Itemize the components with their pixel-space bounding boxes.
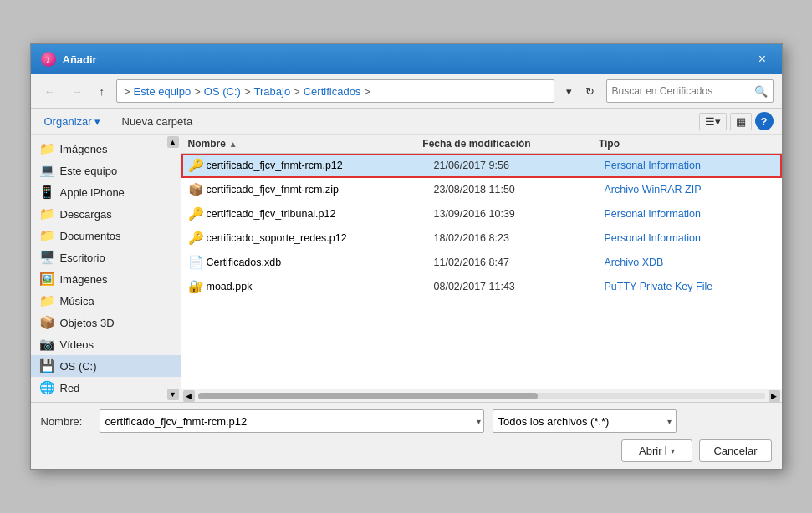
file-list: 🔑 certificado_fjcv_fnmt-rcm.p12 21/06/20… — [181, 154, 782, 389]
computer-icon: 💻 — [39, 163, 55, 178]
sidebar-item-documentos[interactable]: 📁 Documentos — [31, 225, 181, 246]
sidebar: ▲ 📁 Imágenes 💻 Este equipo 📱 Apple iPhon… — [31, 135, 181, 402]
scroll-left-button[interactable]: ◀ — [183, 390, 195, 402]
file-table-header: Nombre ▲ Fecha de modificación Tipo — [181, 135, 782, 154]
filename-dropdown-icon[interactable]: ▾ — [477, 417, 481, 426]
file-type: Archivo WinRAR ZIP — [605, 184, 775, 196]
cancel-button[interactable]: Cancelar — [699, 439, 771, 462]
col-name-header[interactable]: Nombre ▲ — [188, 138, 423, 150]
main-content: ▲ 📁 Imágenes 💻 Este equipo 📱 Apple iPhon… — [31, 135, 782, 402]
drive-icon: 💾 — [39, 358, 55, 373]
file-icon: 🔑 — [188, 158, 207, 173]
file-name: Certificados.xdb — [207, 256, 434, 268]
sidebar-item-os-c[interactable]: 💾 OS (C:) — [31, 355, 181, 377]
sidebar-item-label: Imágenes — [60, 273, 108, 286]
file-type: Archivo XDB — [605, 256, 775, 268]
sidebar-scroll-down[interactable]: ▼ — [167, 389, 179, 400]
sidebar-item-label: Red — [60, 382, 80, 394]
file-type: Personal Information — [605, 208, 775, 220]
sidebar-item-label: Este equipo — [60, 165, 118, 177]
file-date: 18/02/2016 8:23 — [434, 232, 605, 244]
sidebar-item-label: OS (C:) — [60, 360, 97, 373]
sidebar-item-descargas[interactable]: 📁 Descargas — [31, 203, 181, 225]
objects-3d-icon: 📦 — [39, 315, 55, 330]
breadcrumb-root-sep: > — [124, 85, 130, 98]
sidebar-item-este-equipo[interactable]: 💻 Este equipo — [31, 160, 181, 181]
new-folder-button[interactable]: Nueva carpeta — [115, 113, 200, 130]
back-button[interactable]: ← — [39, 83, 60, 100]
table-row[interactable]: 🔑 certificado_soporte_redes.p12 18/02/20… — [181, 226, 782, 251]
file-name: certificado_soporte_redes.p12 — [207, 232, 434, 244]
open-dropdown-icon[interactable]: ▾ — [665, 446, 675, 455]
filename-row: Nombre: ▾ Todos los archivos (*.*) ▾ — [41, 409, 772, 433]
table-row[interactable]: 📄 Certificados.xdb 11/02/2016 8:47 Archi… — [181, 251, 782, 275]
file-name: certificado_fjcv_fnmt-rcm.p12 — [207, 160, 434, 171]
search-bar: 🔍 — [606, 79, 774, 103]
help-button[interactable]: ? — [755, 112, 774, 130]
view-list-button[interactable]: ☰▾ — [699, 113, 727, 130]
sidebar-item-red[interactable]: 🌐 Red — [31, 377, 181, 399]
file-icon: 🔑 — [188, 231, 207, 246]
address-bar: > Este equipo > OS (C:) > Trabajo > Cert… — [116, 79, 554, 103]
view-buttons: ☰▾ ▦ ? — [699, 112, 774, 130]
sidebar-item-label: Imágenes — [60, 143, 108, 155]
scroll-track[interactable] — [198, 393, 765, 399]
file-date: 23/08/2018 11:50 — [434, 184, 605, 196]
organize-button[interactable]: Organizar ▾ — [39, 113, 105, 130]
col-name-label: Nombre — [188, 138, 226, 150]
col-type-header[interactable]: Tipo — [599, 138, 775, 150]
documents-icon: 📁 — [39, 228, 55, 243]
sidebar-item-apple-iphone[interactable]: 📱 Apple iPhone — [31, 181, 181, 203]
refresh-button[interactable]: ↻ — [580, 84, 600, 99]
address-dropdown-button[interactable]: ▾ — [561, 84, 577, 99]
downloads-icon: 📁 — [39, 206, 55, 221]
file-date: 08/02/2017 11:43 — [434, 281, 605, 292]
breadcrumb-trabajo[interactable]: Trabajo — [254, 85, 291, 98]
table-row[interactable]: 🔑 certificado_fjcv_tribunal.p12 13/09/20… — [181, 202, 782, 226]
filetype-select[interactable]: Todos los archivos (*.*) — [493, 409, 677, 433]
sidebar-item-musica[interactable]: 📁 Música — [31, 290, 181, 312]
sidebar-item-objetos-3d[interactable]: 📦 Objetos 3D — [31, 312, 181, 333]
table-row[interactable]: 🔑 certificado_fjcv_fnmt-rcm.p12 21/06/20… — [181, 154, 782, 178]
sidebar-item-escritorio[interactable]: 🖥️ Escritorio — [31, 246, 181, 268]
close-button[interactable]: × — [753, 50, 772, 69]
phone-icon: 📱 — [39, 185, 55, 200]
sidebar-item-label: Vídeos — [60, 338, 94, 351]
videos-icon: 📷 — [39, 337, 55, 352]
sidebar-item-label: Descargas — [60, 208, 112, 221]
sidebar-item-imagenes[interactable]: 🖼️ Imágenes — [31, 268, 181, 290]
open-label: Abrir — [639, 444, 661, 457]
forward-button[interactable]: → — [67, 83, 88, 100]
bottom-bar: Nombre: ▾ Todos los archivos (*.*) ▾ Abr… — [31, 402, 782, 469]
search-icon: 🔍 — [754, 85, 768, 98]
breadcrumb-os-c[interactable]: OS (C:) — [204, 85, 241, 98]
network-icon: 🌐 — [39, 380, 55, 395]
view-pane-button[interactable]: ▦ — [730, 113, 752, 130]
sidebar-scroll-up[interactable]: ▲ — [167, 136, 179, 148]
file-area: Nombre ▲ Fecha de modificación Tipo 🔑 ce… — [181, 135, 782, 402]
table-row[interactable]: 📦 certificado_fjcv_fnmt-rcm.zip 23/08/20… — [181, 178, 782, 202]
file-dialog: ♪ Añadir × ← → ↑ > Este equipo > OS (C:)… — [30, 43, 783, 470]
navigation-toolbar: ← → ↑ > Este equipo > OS (C:) > Trabajo … — [31, 74, 782, 109]
file-type: Personal Information — [605, 232, 775, 244]
filetype-select-wrap: Todos los archivos (*.*) ▾ — [493, 409, 677, 433]
search-input[interactable] — [612, 85, 751, 97]
sidebar-item-videos[interactable]: 📷 Vídeos — [31, 333, 181, 355]
sidebar-item-label: Escritorio — [60, 251, 105, 264]
file-icon: 🔑 — [188, 206, 207, 221]
itunes-icon: ♪ — [41, 52, 56, 67]
breadcrumb-certificados[interactable]: Certificados — [304, 85, 361, 98]
scroll-right-button[interactable]: ▶ — [769, 390, 780, 402]
up-button[interactable]: ↑ — [94, 83, 110, 100]
open-button[interactable]: Abrir ▾ — [621, 439, 692, 462]
table-row[interactable]: 🔐 moad.ppk 08/02/2017 11:43 PuTTY Privat… — [181, 275, 782, 299]
scroll-thumb[interactable] — [198, 393, 539, 399]
filename-input[interactable] — [100, 409, 484, 433]
file-icon: 🔐 — [188, 279, 207, 294]
sidebar-item-imagenes-top[interactable]: 📁 Imágenes — [31, 138, 181, 160]
col-date-header[interactable]: Fecha de modificación — [422, 138, 599, 150]
breadcrumb-este-equipo[interactable]: Este equipo — [134, 85, 192, 98]
images-icon: 🖼️ — [39, 272, 55, 287]
folder-icon: 📁 — [39, 141, 55, 156]
file-type: Personal Information — [605, 160, 775, 171]
